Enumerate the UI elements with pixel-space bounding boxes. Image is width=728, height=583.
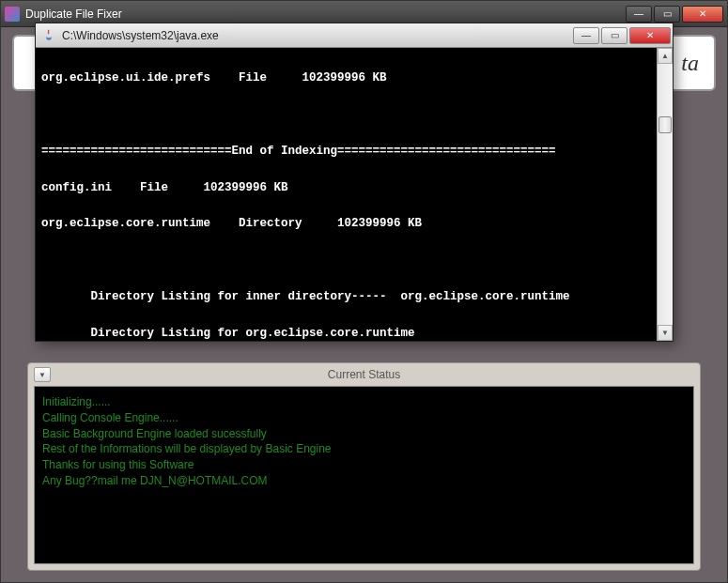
console-window-controls: — ▭ ✕ bbox=[573, 27, 671, 44]
scroll-track[interactable] bbox=[658, 64, 673, 325]
console-body: org.eclipse.ui.ide.prefs File 102399996 … bbox=[36, 48, 673, 341]
console-titlebar[interactable]: C:\Windows\system32\java.exe — ▭ ✕ bbox=[36, 23, 673, 48]
java-icon bbox=[41, 28, 56, 43]
console-window-title: C:\Windows\system32\java.exe bbox=[62, 29, 573, 42]
minimize-button[interactable]: — bbox=[573, 27, 599, 44]
status-panel: ▼ Current Status Initializing...... Call… bbox=[27, 362, 701, 571]
maximize-button[interactable]: ▭ bbox=[654, 6, 680, 23]
banner-text-fragment: ta bbox=[681, 51, 699, 76]
status-line: Any Bug??mail me DJN_N@HOTMAIL.COM bbox=[42, 473, 686, 489]
console-window: C:\Windows\system32\java.exe — ▭ ✕ org.e… bbox=[35, 23, 674, 342]
main-window-title: Duplicate File Fixer bbox=[25, 8, 626, 21]
close-button[interactable]: ✕ bbox=[682, 6, 723, 23]
status-header: ▼ Current Status bbox=[28, 363, 700, 386]
status-title: Current Status bbox=[58, 368, 670, 381]
console-scrollbar[interactable]: ▲ ▼ bbox=[657, 48, 673, 341]
scroll-up-button[interactable]: ▲ bbox=[658, 48, 673, 64]
maximize-button[interactable]: ▭ bbox=[601, 27, 627, 44]
status-line: Calling Console Engine...... bbox=[42, 410, 686, 426]
status-line: Rest of the Informations will be display… bbox=[42, 441, 686, 457]
scroll-down-button[interactable]: ▼ bbox=[658, 325, 673, 341]
status-line: Initializing...... bbox=[42, 394, 686, 410]
main-window-controls: — ▭ ✕ bbox=[626, 6, 723, 23]
status-log: Initializing...... Calling Console Engin… bbox=[34, 386, 694, 564]
app-icon bbox=[5, 7, 20, 22]
status-line: Basic Background Engine loaded sucessful… bbox=[42, 426, 686, 442]
console-output: org.eclipse.ui.ide.prefs File 102399996 … bbox=[36, 48, 657, 341]
scroll-thumb[interactable] bbox=[658, 116, 672, 133]
collapse-button[interactable]: ▼ bbox=[34, 367, 51, 382]
status-line: Thanks for using this Software bbox=[42, 457, 686, 473]
close-button[interactable]: ✕ bbox=[629, 27, 671, 44]
minimize-button[interactable]: — bbox=[626, 6, 652, 23]
